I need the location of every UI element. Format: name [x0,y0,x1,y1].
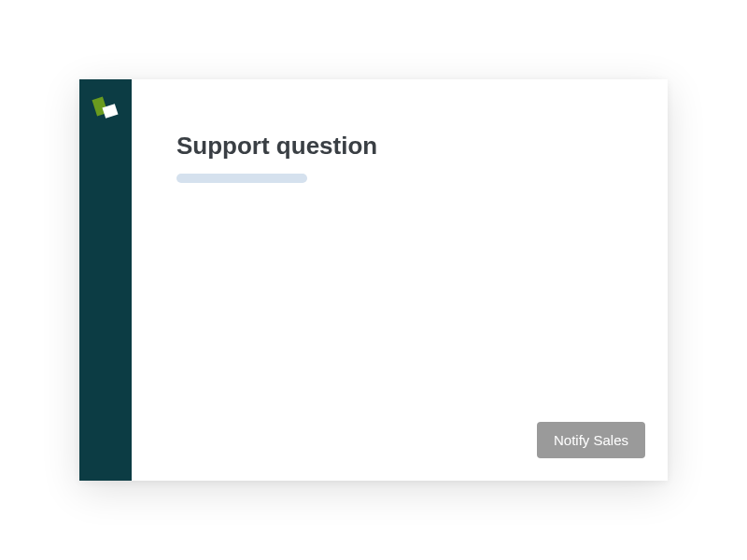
brand-logo-icon [92,96,119,122]
sidebar [79,79,132,481]
notify-sales-button[interactable]: Notify Sales [537,422,645,458]
ticket-card: Support question Notify Sales [79,79,668,481]
ticket-title: Support question [176,132,623,161]
content-area: Support question Notify Sales [132,79,668,481]
content-placeholder [176,174,307,183]
